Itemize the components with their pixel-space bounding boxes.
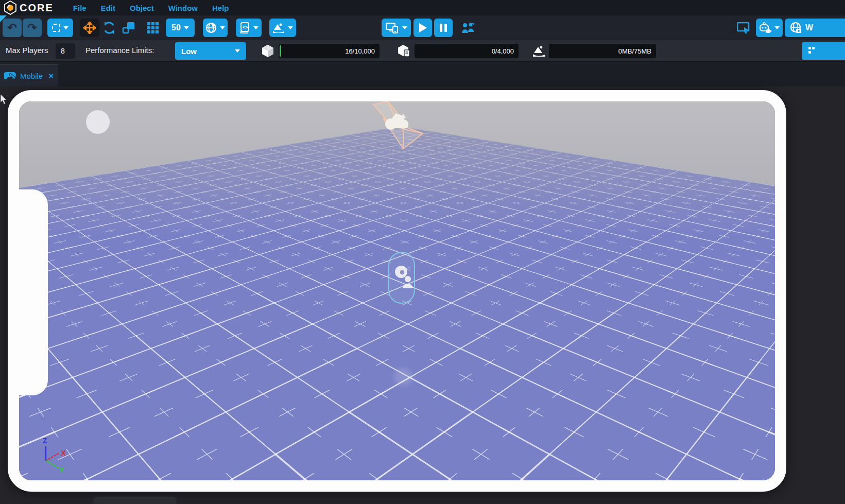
core-gamepad-hammer-icon [4,71,16,81]
selection-mode-dropdown[interactable] [47,19,73,37]
preview-device-dropdown[interactable] [382,19,411,37]
terrain-icon [272,22,285,33]
world-capture-button[interactable]: W [785,19,845,37]
object-count-meter: 16/10,000 [279,44,380,58]
core-editor-window: CORE File Edit Object Window Help ↶ ↷ [0,0,845,504]
main-menus: File Edit Object Window Help [66,2,236,14]
play-button[interactable] [413,19,432,37]
screen-share-icon [737,22,750,33]
chevron-down-icon [402,26,407,29]
terrain-dropdown[interactable] [269,19,296,37]
undo-button[interactable]: ↶ [3,19,22,37]
undo-icon: ↶ [7,22,16,33]
brand: CORE [3,1,54,15]
axis-y-label: Y [59,466,64,474]
menu-help[interactable]: Help [205,2,236,14]
core-logo-icon [3,1,18,15]
menu-bar: CORE File Edit Object Window Help [0,0,845,15]
chevron-down-icon [774,26,780,29]
networked-object-count-meter: 0/4,000 [415,44,519,58]
world-capture-label: W [805,23,813,32]
spawn-point-gizmo[interactable] [354,101,436,153]
multiplayer-preview-button[interactable] [459,19,477,37]
networked-object-count-value: 0/4,000 [492,47,514,55]
script-icon: <> [239,22,250,33]
settings-bar: Max Players 8 Performance Limits: Low 16… [0,40,845,62]
viewport-tab-bar: Mobile × [0,62,845,86]
performance-limits-label: Performance Limits: [85,46,154,55]
scale-tool-button[interactable] [120,19,137,37]
pause-button[interactable] [434,19,453,37]
scale-tool-icon [122,22,135,34]
rotate-tool-button[interactable] [101,19,117,37]
tab-mobile-label: Mobile [20,72,43,80]
grid-snap-button[interactable] [145,19,161,37]
max-players-input[interactable]: 8 [56,43,75,59]
script-dropdown[interactable]: <> [236,19,262,37]
brand-wordmark: CORE [20,2,54,14]
menu-file[interactable]: File [66,2,94,14]
performance-limits-value: Low [181,47,197,56]
networked-object-count-icon [398,44,410,58]
grid-icon [147,22,159,34]
grid-size-dropdown[interactable]: 50 [166,19,195,37]
rotate-tool-icon [102,21,116,34]
chevron-down-icon [184,26,189,29]
mobile-device-frame: Z X Y [8,90,786,492]
screen-share-button[interactable] [735,19,752,37]
redo-icon: ↷ [27,22,37,33]
grid-size-value: 50 [171,23,181,32]
redo-button[interactable]: ↷ [23,19,42,37]
device-screen: Z X Y [19,101,775,480]
bottom-panel-edge [93,497,177,504]
terrain-memory-meter: 0MB/75MB [549,44,656,58]
multi-device-icon [386,22,399,33]
play-icon [418,23,427,33]
chevron-down-icon [253,26,258,29]
object-count-meter-fill [280,45,281,57]
chevron-down-icon [235,49,240,53]
menu-edit[interactable]: Edit [94,2,123,14]
mobile-ui-circle [86,110,110,134]
svg-text:<>: <> [243,25,248,30]
terrain-memory-icon [532,44,546,58]
multiplayer-icon [461,22,475,34]
world-camera-icon [790,22,802,34]
list-icon [808,46,815,56]
menu-window[interactable]: Window [161,2,205,14]
axis-orientation-gizmo: Z X Y [33,434,73,475]
axis-x-label: X [61,449,66,457]
bot-preview-dropdown[interactable] [756,19,783,37]
marquee-select-icon [52,24,60,32]
menu-object[interactable]: Object [123,2,161,14]
chevron-down-icon [288,26,293,29]
performance-limits-dropdown[interactable]: Low [175,42,246,60]
viewport-area: Z X Y [0,86,845,504]
chevron-down-icon [63,26,68,29]
coordinate-space-dropdown[interactable] [203,19,228,37]
axis-z-label: Z [43,437,47,445]
player-capsule-gizmo[interactable] [388,252,415,304]
object-count-value: 16/10,000 [345,47,375,55]
mouse-cursor [0,94,8,105]
move-tool-button[interactable] [80,19,99,37]
pause-icon [439,23,447,32]
terrain-memory-value: 0MB/75MB [618,47,651,55]
max-players-label: Max Players [6,46,48,55]
chevron-down-icon [220,26,225,29]
player-icon [393,265,414,290]
globe-icon [205,22,217,33]
device-notch [19,189,48,395]
reflection-ghost [394,368,412,386]
robot-camera-icon [759,22,771,34]
tool-bar: ↶ ↷ [0,15,845,40]
clipped-right-button[interactable] [802,42,845,60]
object-count-icon [262,44,274,58]
tab-mobile[interactable]: Mobile × [0,64,58,86]
tab-close-icon[interactable]: × [48,72,54,80]
move-tool-icon [83,22,96,34]
